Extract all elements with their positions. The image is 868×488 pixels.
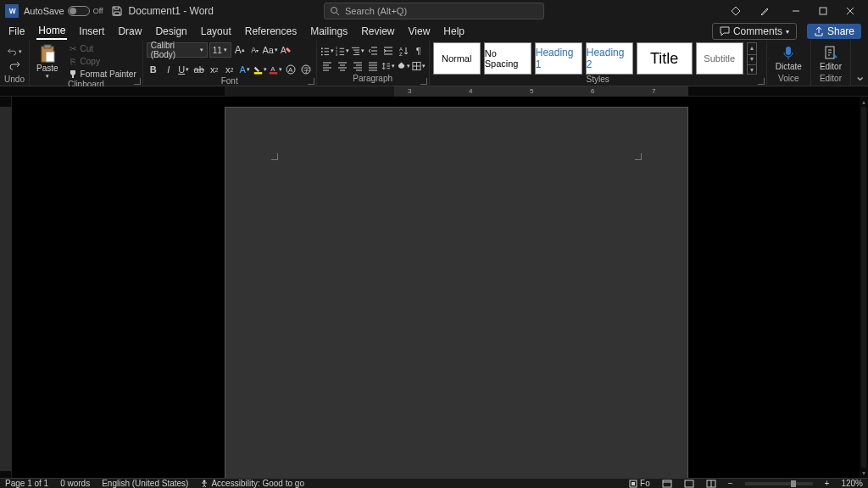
tab-references[interactable]: References: [243, 24, 298, 39]
font-size-dropdown[interactable]: 11▾: [209, 42, 231, 58]
style-no-spacing[interactable]: No Spacing: [484, 42, 531, 75]
style-normal[interactable]: Normal: [433, 42, 481, 75]
line-spacing-button[interactable]: ▾: [381, 59, 395, 73]
document-page[interactable]: [225, 107, 688, 478]
tab-file[interactable]: File: [7, 24, 26, 39]
minimize-button[interactable]: [783, 3, 809, 19]
undo-button[interactable]: ▾: [7, 46, 22, 58]
paragraph-dialog-launcher[interactable]: [420, 78, 427, 85]
language-status[interactable]: English (United States): [102, 479, 188, 488]
svg-point-22: [321, 53, 323, 55]
scroll-down-button[interactable]: ▾: [860, 468, 868, 478]
tab-mailings[interactable]: Mailings: [309, 24, 349, 39]
clear-formatting-button[interactable]: A: [279, 43, 292, 57]
increase-font-button[interactable]: A▴: [233, 43, 247, 57]
tab-design[interactable]: Design: [153, 24, 188, 39]
read-mode-view-button[interactable]: [684, 480, 694, 488]
editor-button[interactable]: Editor: [815, 43, 847, 73]
vertical-scrollbar[interactable]: ▴ ▾: [860, 97, 868, 478]
tab-view[interactable]: View: [407, 24, 432, 39]
decrease-indent-button[interactable]: [366, 44, 380, 58]
svg-point-20: [321, 51, 323, 53]
justify-button[interactable]: [366, 59, 380, 73]
style-heading2[interactable]: Heading 2: [586, 42, 633, 75]
align-right-button[interactable]: [351, 59, 364, 73]
horizontal-ruler[interactable]: 1 2 3 4 5 6 7: [0, 86, 868, 97]
app-icon: W: [5, 4, 19, 18]
bullets-button[interactable]: ▾: [320, 44, 334, 58]
tab-review[interactable]: Review: [359, 24, 396, 39]
multilevel-list-button[interactable]: ▾: [351, 44, 364, 58]
search-input[interactable]: Search (Alt+Q): [324, 3, 544, 19]
dictate-button[interactable]: Dictate: [771, 43, 807, 73]
save-icon[interactable]: [110, 4, 124, 18]
increase-indent-button[interactable]: [381, 44, 395, 58]
clipboard-dialog-launcher[interactable]: [134, 78, 141, 85]
font-dialog-launcher[interactable]: [308, 78, 314, 85]
word-count[interactable]: 0 words: [60, 479, 90, 488]
bold-button[interactable]: B: [147, 63, 160, 76]
styles-more-button[interactable]: ▴▾▾: [747, 42, 757, 75]
ruler-tick: 4: [469, 87, 472, 95]
ribbon-collapse-button[interactable]: ⌄: [851, 41, 868, 86]
tab-insert[interactable]: Insert: [77, 24, 106, 39]
page-area[interactable]: [12, 97, 860, 478]
accessibility-status[interactable]: Accessibility: Good to go: [200, 479, 304, 488]
sort-button[interactable]: AZ: [397, 44, 410, 58]
pen-icon[interactable]: [758, 4, 771, 18]
highlight-button[interactable]: ▾: [253, 63, 267, 76]
copy-button[interactable]: ⎘Copy: [65, 55, 139, 67]
superscript-button[interactable]: x2: [223, 63, 236, 76]
align-left-button[interactable]: [320, 59, 334, 73]
underline-button[interactable]: U▾: [177, 63, 191, 76]
share-button[interactable]: Share: [807, 24, 861, 39]
tab-draw[interactable]: Draw: [116, 24, 143, 39]
align-center-button[interactable]: [336, 59, 349, 73]
web-layout-view-button[interactable]: [706, 480, 716, 488]
zoom-level[interactable]: 120%: [841, 479, 863, 488]
cut-button[interactable]: ✂Cut: [65, 42, 139, 54]
ruler-tick: 1: [286, 87, 289, 95]
zoom-slider[interactable]: [745, 482, 813, 485]
tab-help[interactable]: Help: [442, 24, 466, 39]
diamond-icon[interactable]: [729, 4, 743, 18]
enclose-characters-button[interactable]: 字: [299, 63, 313, 76]
styles-dialog-launcher[interactable]: [758, 78, 765, 85]
change-case-button[interactable]: Aa▾: [264, 43, 277, 57]
style-title[interactable]: Title: [637, 42, 693, 75]
tab-home[interactable]: Home: [36, 23, 67, 40]
page-count[interactable]: Page 1 of 1: [5, 479, 48, 488]
svg-text:Z: Z: [399, 52, 403, 56]
redo-button[interactable]: [7, 59, 22, 71]
ribbon-tabs: File Home Insert Draw Design Layout Refe…: [0, 22, 868, 41]
font-color-button[interactable]: A▾: [269, 63, 282, 76]
zoom-out-button[interactable]: −: [728, 479, 733, 488]
decrease-font-button[interactable]: A▾: [248, 43, 262, 57]
text-effects-button[interactable]: A▾: [238, 63, 252, 76]
style-subtitle[interactable]: Subtitle: [696, 42, 743, 75]
style-heading1[interactable]: Heading 1: [535, 42, 582, 75]
font-name-dropdown[interactable]: Calibri (Body)▾: [147, 42, 208, 58]
close-button[interactable]: [837, 3, 863, 19]
status-bar: Page 1 of 1 0 words English (United Stat…: [0, 478, 868, 488]
comments-button[interactable]: Comments ▾: [712, 23, 797, 40]
paste-button[interactable]: Paste ▾: [33, 43, 62, 80]
strikethrough-button[interactable]: ab: [192, 63, 206, 76]
tab-layout[interactable]: Layout: [199, 24, 233, 39]
autosave-toggle[interactable]: AutoSave Off: [24, 6, 103, 16]
vertical-ruler[interactable]: [0, 97, 12, 478]
format-painter-button[interactable]: Format Painter: [65, 68, 139, 80]
numbering-button[interactable]: 123▾: [336, 44, 349, 58]
print-layout-view-button[interactable]: [662, 480, 672, 488]
borders-button[interactable]: ▾: [412, 59, 426, 73]
scroll-track[interactable]: [861, 107, 866, 468]
zoom-in-button[interactable]: +: [825, 479, 830, 488]
italic-button[interactable]: I: [162, 63, 175, 76]
character-shading-button[interactable]: A: [284, 63, 298, 76]
scroll-up-button[interactable]: ▴: [860, 97, 868, 107]
maximize-button[interactable]: [810, 3, 836, 19]
show-hide-marks-button[interactable]: ¶: [412, 44, 426, 58]
focus-mode-button[interactable]: Fo: [629, 479, 650, 488]
subscript-button[interactable]: x2: [208, 63, 221, 76]
shading-button[interactable]: ▾: [397, 59, 410, 73]
